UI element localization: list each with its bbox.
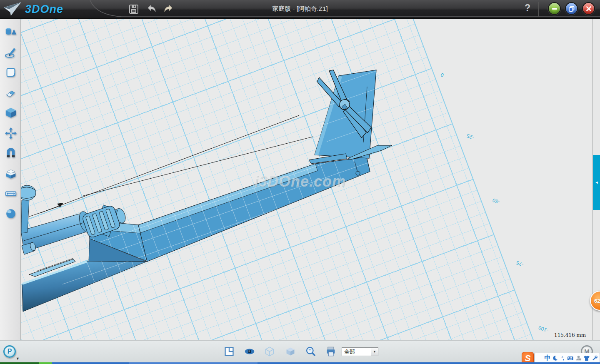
titlebar-divider xyxy=(538,2,539,17)
surface-mesh xyxy=(21,62,468,340)
window-title: 家庭版 - [阿帕奇.Z1] xyxy=(0,5,600,13)
move-icon[interactable] xyxy=(5,127,17,140)
sketch-plane-icon[interactable] xyxy=(5,66,17,79)
solid-primitives-icon[interactable] xyxy=(5,26,17,39)
eraser-icon[interactable] xyxy=(5,87,17,99)
print-icon[interactable] xyxy=(325,346,336,357)
wireframe-cube-icon[interactable] xyxy=(264,346,275,357)
minimize-button[interactable] xyxy=(548,2,561,15)
feature-cube-icon[interactable] xyxy=(5,107,17,119)
ime-punct-toggle[interactable]: °, xyxy=(560,354,565,362)
ime-keyboard-icon[interactable] xyxy=(567,354,574,362)
fuselage-slab xyxy=(22,261,147,312)
maximize-icon xyxy=(568,5,575,12)
snap-magnet-icon[interactable] xyxy=(5,147,17,160)
ime-moon-icon[interactable] xyxy=(552,354,558,362)
bottom-toolbar: P ▼ xyxy=(0,340,600,362)
solid-cube-icon[interactable] xyxy=(285,346,296,357)
svg-text:19: 19 xyxy=(579,358,581,360)
panel-collapse-tab[interactable]: ◄ xyxy=(593,155,600,210)
ime-settings-wrench-icon[interactable] xyxy=(592,354,598,362)
minimize-icon xyxy=(551,5,558,12)
display-filter-dropdown[interactable]: 全部 ▼ xyxy=(342,347,378,356)
ime-toolbar: 中 °, 19 xyxy=(535,353,600,363)
sketch-draw-icon[interactable] xyxy=(5,46,17,59)
visibility-eye-icon[interactable] xyxy=(244,346,255,357)
close-button[interactable] xyxy=(582,2,595,15)
material-sphere-icon[interactable] xyxy=(5,208,17,220)
maximize-button[interactable] xyxy=(565,2,578,15)
assembly-icon[interactable] xyxy=(5,167,17,180)
help-button[interactable]: ? xyxy=(522,2,533,15)
watermark: i3DOne.com xyxy=(254,173,346,190)
zoom-lens-icon[interactable] xyxy=(305,346,316,357)
ime-skin-icon[interactable] xyxy=(583,354,590,362)
viewport-3d[interactable]: i3DOne.com 0-25-50-75-100 115.416 mm xyxy=(21,19,592,340)
dropdown-value: 全部 xyxy=(342,348,371,356)
measure-readout: 115.416 mm xyxy=(554,332,586,338)
ime-user-icon[interactable]: 19 xyxy=(575,354,582,362)
p-mode-button[interactable]: P xyxy=(3,345,16,358)
p-dropdown-arrow[interactable]: ▼ xyxy=(16,357,20,361)
left-toolbar xyxy=(0,19,21,340)
close-icon xyxy=(585,5,592,12)
ime-lang-toggle[interactable]: 中 xyxy=(545,354,551,362)
dropdown-arrow[interactable]: ▼ xyxy=(371,348,378,356)
viewport-layout-icon[interactable] xyxy=(224,346,235,357)
tail-wheel xyxy=(356,171,360,175)
taskbar-sliver xyxy=(0,362,600,364)
title-bar: 3DOne 家庭版 - [阿帕奇.Z1] ? xyxy=(0,0,600,19)
measure-icon[interactable] xyxy=(5,187,17,200)
